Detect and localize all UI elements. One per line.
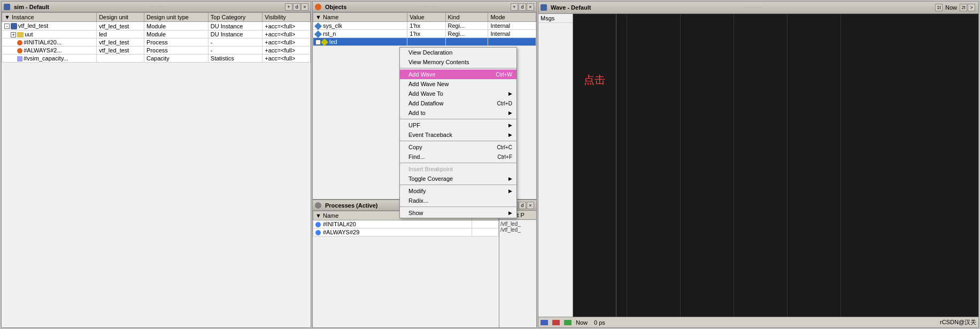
objects-panel-btn-add[interactable]: +	[511, 3, 518, 11]
context-menu-item[interactable]: Add to▶	[400, 108, 516, 118]
objects-name-text: led	[329, 39, 337, 45]
wave-bottom-csdn: rCSDN@汉关	[940, 318, 976, 326]
sim-cell-instance: +uut	[2, 30, 97, 39]
wave-vline-4	[787, 14, 788, 317]
sim-table-row[interactable]: #vsim_capacity...CapacityStatistics+acc=…	[2, 55, 311, 63]
processes-name-text: #ALWAYS#29	[323, 229, 359, 235]
context-menu-item-label: Add Wave To	[408, 90, 443, 97]
context-menu-separator	[400, 119, 516, 119]
context-menu-item-shortcut: Ctrl+F	[498, 154, 513, 160]
processes-gear-icon	[315, 202, 321, 209]
objects-table-row[interactable]: sys_clk1'hxRegi...Internal	[313, 22, 536, 30]
objects-name-text: rst_n	[323, 30, 336, 37]
wave-bottom-bar: Now 0 ps rCSDN@汉关	[538, 317, 978, 327]
context-menu-item[interactable]: Show▶	[400, 208, 516, 218]
sim-col-top-category[interactable]: Top Category	[208, 13, 262, 22]
wave-panel-btn-forward[interactable]: >	[968, 4, 975, 11]
objects-icon	[315, 4, 321, 10]
context-menu-item[interactable]: Add Wave To▶	[400, 89, 516, 98]
context-menu-item[interactable]: Radix...	[400, 196, 516, 205]
wave-chinese-text: 点击	[584, 73, 605, 87]
processes-panel-btn-detach[interactable]: d	[519, 202, 526, 209]
processes-table-row[interactable]: #INITIAL#20	[313, 220, 499, 228]
context-menu-item[interactable]: Add DataflowCtrl+D	[400, 98, 516, 108]
wave-timestamp-line-1	[616, 14, 616, 317]
context-menu-item[interactable]: UPF▶	[400, 120, 516, 130]
sim-row-icon	[11, 23, 17, 29]
context-menu-item-label: Add Wave	[408, 71, 435, 78]
objects-table-row[interactable]: +led	[313, 38, 536, 46]
objects-col-mode[interactable]: Mode	[488, 13, 536, 22]
sim-panel: sim - Default ············ + d × ▼ Insta…	[1, 1, 311, 328]
processes-panel-btn-close[interactable]: ×	[527, 202, 534, 209]
wave-panel-btn-1t[interactable]: 1t	[935, 4, 943, 11]
objects-panel-dashes: ············	[418, 4, 509, 9]
context-menu-item[interactable]: Add Wave New	[400, 79, 516, 89]
objects-name-text: sys_clk	[323, 22, 342, 29]
folder-icon	[17, 32, 24, 37]
context-menu-separator	[400, 185, 516, 185]
processes-table-row[interactable]: #ALWAYS#29	[313, 228, 499, 236]
context-menu-item[interactable]: Find...Ctrl+F	[400, 152, 516, 162]
objects-col-kind[interactable]: Kind	[445, 13, 488, 22]
objects-panel-btn-close[interactable]: ×	[527, 3, 534, 11]
context-menu-item[interactable]: Modify▶	[400, 186, 516, 196]
sim-table-row[interactable]: +uutledModuleDU Instance+acc=<full>	[2, 30, 311, 39]
context-menu-item[interactable]: View Memory Contents	[400, 57, 516, 67]
objects-col-name[interactable]: ▼ Name	[313, 13, 407, 22]
objects-cell-value: 1'hx	[407, 22, 445, 30]
wave-panel-btn-2t[interactable]: 2t	[960, 4, 967, 11]
context-menu-item[interactable]: Insert Breakpoint	[400, 164, 516, 174]
objects-expand-btn-2[interactable]: +	[315, 40, 321, 45]
context-menu-arrow-icon: ▶	[508, 176, 512, 181]
expand-btn-1[interactable]: +	[11, 32, 16, 37]
objects-panel: Objects ············ + d × ▼ Name Value …	[312, 1, 537, 328]
objects-cell-name: +led	[313, 38, 407, 46]
sim-panel-title: sim - Default ············ + d ×	[2, 2, 311, 12]
wave-msgs-area: Msgs	[538, 14, 573, 317]
context-menu-item-label: Radix...	[408, 197, 428, 204]
context-menu-item-label: Add to	[408, 110, 426, 116]
blue-circle-icon	[315, 222, 321, 227]
sim-table-row[interactable]: #INITIAL#20...vtf_led_testProcess-+acc=<…	[2, 39, 311, 47]
context-menu-separator	[400, 141, 516, 141]
objects-panel-btn-detach[interactable]: d	[519, 3, 526, 11]
processes-cell-name: #ALWAYS#29	[313, 228, 472, 236]
gear-icon	[17, 40, 22, 45]
sim-cell-visibility: +acc=<full>	[263, 55, 311, 63]
context-menu-separator	[400, 68, 516, 68]
sim-col-visibility[interactable]: Visibility	[263, 13, 311, 22]
sim-table-row[interactable]: -vtf_led_testvtf_led_testModuleDU Instan…	[2, 22, 311, 30]
sim-cell-instance: -vtf_led_test	[2, 22, 97, 30]
context-menu-arrow-icon: ▶	[508, 132, 512, 137]
context-menu-arrow-icon: ▶	[508, 210, 512, 216]
objects-panel-title: Objects ············ + d ×	[313, 2, 536, 12]
wave-bottom-icon2	[552, 320, 560, 325]
context-menu-item-label: UPF	[408, 122, 420, 128]
context-menu-arrow-icon: ▶	[508, 110, 512, 116]
context-menu-item[interactable]: View Declaration	[400, 48, 516, 57]
wave-bottom-time: 0 ps	[594, 319, 605, 326]
sim-col-instance[interactable]: ▼ Instance	[2, 13, 97, 22]
context-menu-separator	[400, 163, 516, 163]
expand-btn-0[interactable]: -	[4, 24, 10, 29]
sim-col-design-unit-type[interactable]: Design unit type	[144, 13, 209, 22]
context-menu-item[interactable]: Toggle Coverage▶	[400, 174, 516, 183]
sim-panel-btn-detach[interactable]: d	[293, 3, 300, 11]
context-menu-item[interactable]: CopyCtrl+C	[400, 142, 516, 152]
sim-col-design-unit[interactable]: Design unit	[97, 13, 144, 22]
sim-cell-design-unit-type: Process	[144, 39, 209, 47]
sim-panel-buttons: + d ×	[285, 3, 308, 11]
objects-panel-buttons: + d ×	[511, 3, 534, 11]
objects-col-value[interactable]: Value	[407, 13, 445, 22]
context-menu-item[interactable]: Event Traceback▶	[400, 130, 516, 140]
sim-panel-btn-add[interactable]: +	[285, 3, 292, 11]
parent-p-value1: /vtf_led_	[500, 221, 535, 227]
objects-table-row[interactable]: rst_n1'hxRegi...Internal	[313, 30, 536, 38]
gear-icon	[17, 48, 22, 53]
sim-panel-btn-close[interactable]: ×	[301, 3, 308, 11]
sim-cell-design-unit: vtf_led_test	[97, 47, 144, 55]
context-menu-item[interactable]: Add WaveCtrl+W	[400, 70, 516, 79]
sim-table-row[interactable]: #ALWAYS#2...vtf_led_testProcess-+acc=<fu…	[2, 47, 311, 55]
sim-panel-dashes: ············	[150, 4, 283, 9]
